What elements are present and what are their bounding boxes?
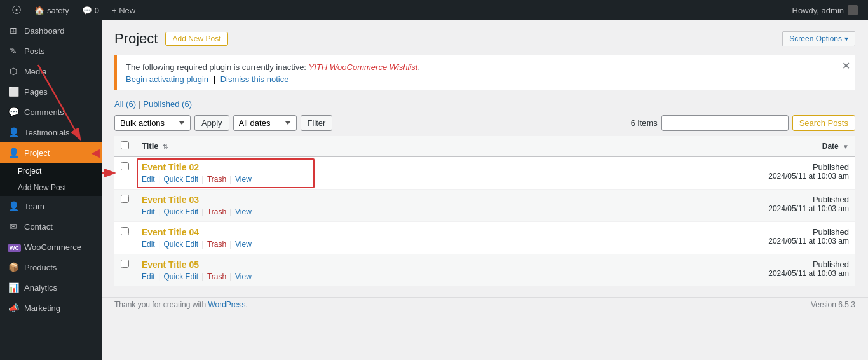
table-body: Event Title 02 Edit | Quick Edit | Trash… xyxy=(114,156,855,286)
post-title-link[interactable]: Event Title 05 xyxy=(142,260,199,270)
view-link[interactable]: View xyxy=(235,240,252,249)
screen-options-button[interactable]: Screen Options ▾ xyxy=(782,31,855,46)
date-col-header[interactable]: Date ▼ xyxy=(544,136,855,157)
post-date: 2024/05/11 at 10:03 am xyxy=(550,237,849,246)
post-title-link[interactable]: Event Title 02 xyxy=(142,162,199,172)
admin-bar-user[interactable]: Howdy, admin xyxy=(787,5,863,15)
quick-edit-link[interactable]: Quick Edit xyxy=(163,240,198,249)
sort-icon: ⇅ xyxy=(163,143,168,150)
project-icon: 👤 xyxy=(8,148,19,158)
apply-button[interactable]: Apply xyxy=(194,115,229,131)
dates-filter-select[interactable]: All dates xyxy=(233,115,297,131)
table-head: Title ⇅ Date ▼ xyxy=(114,136,855,157)
admin-bar-new[interactable]: + New xyxy=(105,0,142,20)
published-filter-link[interactable]: Published (6) xyxy=(143,99,192,109)
edit-link[interactable]: Edit xyxy=(142,272,155,281)
analytics-icon: 📊 xyxy=(8,282,19,293)
row-checkbox[interactable] xyxy=(121,162,129,170)
sidebar-item-posts[interactable]: ✎ Posts xyxy=(0,41,102,61)
add-new-post-button[interactable]: Add New Post xyxy=(165,32,227,46)
tablenav-right: 6 items Search Posts xyxy=(631,115,855,131)
trash-link[interactable]: Trash xyxy=(207,207,226,216)
all-filter-link[interactable]: All (6) xyxy=(114,99,136,109)
edit-link[interactable]: Edit xyxy=(142,207,155,216)
howdy-label: Howdy, admin xyxy=(792,6,844,15)
sidebar-item-marketing[interactable]: 📣 Marketing xyxy=(0,298,102,318)
sidebar-item-analytics[interactable]: 📊 Analytics xyxy=(0,277,102,298)
sidebar-item-label: WooCommerce xyxy=(24,242,81,252)
notice-actions: Begin activating plugin | Dismiss this n… xyxy=(126,74,846,84)
edit-link[interactable]: Edit xyxy=(142,240,155,249)
team-icon: 👤 xyxy=(8,201,19,211)
sort-down-icon: ▼ xyxy=(843,143,849,150)
sidebar-item-media[interactable]: ⬡ Media xyxy=(0,61,102,81)
trash-link[interactable]: Trash xyxy=(207,175,226,184)
post-date: 2024/05/11 at 10:03 am xyxy=(550,269,849,278)
wp-logo-icon: ☉ xyxy=(11,3,22,17)
bulk-actions-select[interactable]: Bulk actions Edit Move to Trash xyxy=(114,115,191,131)
title-col-header[interactable]: Title ⇅ xyxy=(135,136,544,157)
sidebar-item-contact[interactable]: ✉ Contact xyxy=(0,216,102,237)
row-checkbox[interactable] xyxy=(121,195,129,203)
admin-bar-site[interactable]: 🏠 safety xyxy=(28,0,76,20)
posts-table: Title ⇅ Date ▼ xyxy=(114,136,855,287)
wordpress-link[interactable]: WordPress xyxy=(208,300,245,309)
screen-options-label: Screen Options xyxy=(789,34,842,43)
row-checkbox-cell xyxy=(114,221,135,254)
testimonials-icon: 👤 xyxy=(8,127,19,137)
row-checkbox[interactable] xyxy=(121,227,129,235)
filter-button[interactable]: Filter xyxy=(301,115,333,131)
view-link[interactable]: View xyxy=(235,207,252,216)
sidebar-item-label: Media xyxy=(24,67,46,76)
sidebar-item-woocommerce[interactable]: WC WooCommerce xyxy=(0,237,102,257)
page-header: Project Add New Post Screen Options ▾ xyxy=(114,31,855,47)
trash-link[interactable]: Trash xyxy=(207,240,226,249)
post-title-link[interactable]: Event Title 04 xyxy=(142,227,199,237)
activate-plugin-link[interactable]: Begin activating plugin xyxy=(126,74,208,84)
select-all-checkbox[interactable] xyxy=(121,141,129,149)
wp-logo-item[interactable]: ☉ xyxy=(5,0,28,20)
admin-bar-comments[interactable]: 💬 0 xyxy=(76,0,105,20)
media-icon: ⬡ xyxy=(8,66,19,76)
admin-bar-left: ☉ 🏠 safety 💬 0 + New xyxy=(5,0,787,20)
row-date-cell: Published 2024/05/11 at 10:03 am xyxy=(544,254,855,286)
post-status: Published xyxy=(550,162,849,172)
sidebar-item-label: Pages xyxy=(24,87,48,97)
select-all-col xyxy=(114,136,135,157)
sidebar-item-project[interactable]: 👤 Project ◀ xyxy=(0,142,102,163)
row-arrow-svg xyxy=(102,163,121,183)
row-checkbox[interactable] xyxy=(121,260,129,268)
footer-version: Version 6.5.3 xyxy=(811,300,855,309)
table-row: Event Title 03 Edit | Quick Edit | Trash… xyxy=(114,189,855,221)
quick-edit-link[interactable]: Quick Edit xyxy=(163,175,198,184)
table-row: Event Title 04 Edit | Quick Edit | Trash… xyxy=(114,221,855,254)
row-checkbox-cell xyxy=(114,189,135,221)
edit-link[interactable]: Edit xyxy=(142,175,155,184)
view-link[interactable]: View xyxy=(235,175,252,184)
post-status: Published xyxy=(550,260,849,269)
sidebar-item-comments[interactable]: 💬 Comments xyxy=(0,102,102,122)
chevron-down-icon: ▾ xyxy=(844,34,848,43)
sidebar-submenu-item-add-new[interactable]: Add New Post xyxy=(0,179,102,196)
sidebar-item-testimonials[interactable]: 👤 Testimonials xyxy=(0,122,102,142)
sidebar-item-dashboard[interactable]: ⊞ Dashboard xyxy=(0,20,102,41)
sidebar-item-team[interactable]: 👤 Team xyxy=(0,196,102,216)
sidebar-item-products[interactable]: 📦 Products xyxy=(0,257,102,277)
quick-edit-link[interactable]: Quick Edit xyxy=(163,207,198,216)
notice-close-button[interactable]: ✕ xyxy=(842,60,850,72)
trash-link[interactable]: Trash xyxy=(207,272,226,281)
page-title: Project xyxy=(114,31,158,47)
search-posts-button[interactable]: Search Posts xyxy=(792,115,855,131)
dismiss-notice-link[interactable]: Dismiss this notice xyxy=(220,74,289,84)
sidebar-item-label: Products xyxy=(24,263,57,272)
plugin-link[interactable]: YITH WooCommerce Wishlist xyxy=(309,62,418,72)
quick-edit-link[interactable]: Quick Edit xyxy=(163,272,198,281)
contact-icon: ✉ xyxy=(8,221,19,232)
search-input[interactable] xyxy=(661,115,789,131)
sidebar-item-pages[interactable]: ⬜ Pages xyxy=(0,81,102,102)
post-title-link[interactable]: Event Title 03 xyxy=(142,195,199,205)
comment-icon: 💬 xyxy=(82,6,92,15)
sidebar-item-label: Team xyxy=(24,202,44,211)
sidebar-submenu-item-project[interactable]: Project xyxy=(0,163,102,179)
view-link[interactable]: View xyxy=(235,272,252,281)
